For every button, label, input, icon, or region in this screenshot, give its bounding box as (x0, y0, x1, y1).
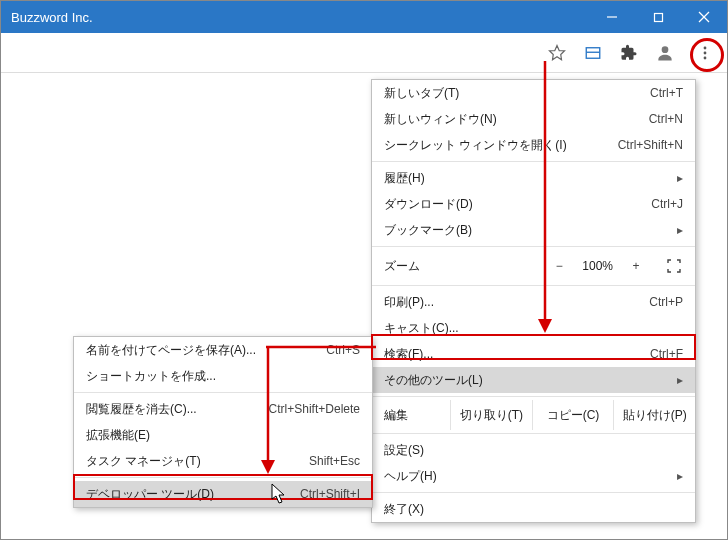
menu-item-shortcut: Ctrl+Shift+I (280, 487, 360, 501)
menu-item-label: 新しいタブ(T) (384, 85, 630, 102)
menu-separator (74, 477, 372, 478)
menu-separator (372, 161, 695, 162)
menu-item-label: シークレット ウィンドウを開く(I) (384, 137, 598, 154)
menu-settings[interactable]: 設定(S) (372, 437, 695, 463)
menu-item-label: キャスト(C)... (384, 320, 683, 337)
menu-item-shortcut: Shift+Esc (289, 454, 360, 468)
menu-item-label: 設定(S) (384, 442, 683, 459)
extensions-icon[interactable] (619, 43, 639, 63)
menu-separator (372, 285, 695, 286)
kebab-menu-button[interactable] (691, 39, 719, 67)
menu-item-label: ヘルプ(H) (384, 468, 669, 485)
menu-item-shortcut: Ctrl+N (629, 112, 683, 126)
menu-item-shortcut: Ctrl+T (630, 86, 683, 100)
close-button[interactable] (681, 1, 727, 33)
menu-exit[interactable]: 終了(X) (372, 496, 695, 522)
star-icon[interactable] (547, 43, 567, 63)
menu-item-shortcut: Ctrl+S (306, 343, 360, 357)
menu-item-label: タスク マネージャ(T) (86, 453, 289, 470)
submenu-save-as[interactable]: 名前を付けてページを保存(A)... Ctrl+S (74, 337, 372, 363)
menu-edit-row: 編集 切り取り(T) コピー(C) 貼り付け(P) (372, 400, 695, 430)
menu-bookmarks[interactable]: ブックマーク(B) ▸ (372, 217, 695, 243)
menu-item-label: デベロッパー ツール(D) (86, 486, 280, 503)
menu-item-label: 閲覧履歴を消去(C)... (86, 401, 249, 418)
submenu-clear-browsing[interactable]: 閲覧履歴を消去(C)... Ctrl+Shift+Delete (74, 396, 372, 422)
reader-icon[interactable] (583, 43, 603, 63)
svg-point-8 (704, 46, 707, 49)
profile-icon[interactable] (655, 43, 675, 63)
fullscreen-icon[interactable] (665, 257, 683, 275)
menu-downloads[interactable]: ダウンロード(D) Ctrl+J (372, 191, 695, 217)
menu-item-label: ショートカットを作成... (86, 368, 360, 385)
menu-item-shortcut: Ctrl+Shift+N (598, 138, 683, 152)
zoom-label: ズーム (384, 258, 550, 275)
menu-copy[interactable]: コピー(C) (532, 400, 614, 430)
menu-separator (74, 392, 372, 393)
window-title: Buzzword Inc. (11, 10, 589, 25)
menu-item-shortcut: Ctrl+Shift+Delete (249, 402, 360, 416)
more-tools-submenu: 名前を付けてページを保存(A)... Ctrl+S ショートカットを作成... … (73, 336, 373, 508)
menu-item-label: 新しいウィンドウ(N) (384, 111, 629, 128)
menu-separator (372, 492, 695, 493)
main-menu: 新しいタブ(T) Ctrl+T 新しいウィンドウ(N) Ctrl+N シークレッ… (371, 79, 696, 523)
menu-zoom: ズーム − 100% + (372, 250, 695, 282)
submenu-extensions[interactable]: 拡張機能(E) (74, 422, 372, 448)
menu-find[interactable]: 検索(F)... Ctrl+F (372, 341, 695, 367)
menu-cast[interactable]: キャスト(C)... (372, 315, 695, 341)
menu-item-shortcut: Ctrl+F (630, 347, 683, 361)
menu-item-shortcut: Ctrl+J (631, 197, 683, 211)
menu-separator (372, 246, 695, 247)
edit-label: 編集 (372, 400, 450, 430)
menu-paste[interactable]: 貼り付け(P) (613, 400, 695, 430)
menu-item-label: 印刷(P)... (384, 294, 629, 311)
menu-cut[interactable]: 切り取り(T) (450, 400, 532, 430)
menu-separator (372, 433, 695, 434)
zoom-controls: − 100% + (550, 257, 683, 275)
menu-item-label: 拡張機能(E) (86, 427, 360, 444)
zoom-in-button[interactable]: + (627, 259, 645, 273)
menu-incognito[interactable]: シークレット ウィンドウを開く(I) Ctrl+Shift+N (372, 132, 695, 158)
menu-item-label: ダウンロード(D) (384, 196, 631, 213)
submenu-task-manager[interactable]: タスク マネージャ(T) Shift+Esc (74, 448, 372, 474)
svg-point-10 (704, 56, 707, 59)
svg-point-7 (662, 46, 669, 53)
chevron-right-icon: ▸ (669, 171, 683, 185)
minimize-button[interactable] (589, 1, 635, 33)
svg-rect-1 (654, 13, 662, 21)
menu-item-label: 履歴(H) (384, 170, 669, 187)
menu-new-window[interactable]: 新しいウィンドウ(N) Ctrl+N (372, 106, 695, 132)
menu-item-label: 検索(F)... (384, 346, 630, 363)
window-controls (589, 1, 727, 33)
menu-print[interactable]: 印刷(P)... Ctrl+P (372, 289, 695, 315)
menu-separator (372, 396, 695, 397)
cursor-icon (271, 483, 287, 505)
maximize-button[interactable] (635, 1, 681, 33)
svg-rect-5 (586, 47, 600, 58)
menu-help[interactable]: ヘルプ(H) ▸ (372, 463, 695, 489)
menu-more-tools[interactable]: その他のツール(L) ▸ (372, 367, 695, 393)
menu-item-label: ブックマーク(B) (384, 222, 669, 239)
zoom-out-button[interactable]: − (550, 259, 568, 273)
menu-item-label: 終了(X) (384, 501, 683, 518)
chevron-right-icon: ▸ (669, 469, 683, 483)
menu-item-label: 名前を付けてページを保存(A)... (86, 342, 306, 359)
menu-item-label: その他のツール(L) (384, 372, 669, 389)
chevron-right-icon: ▸ (669, 223, 683, 237)
menu-new-tab[interactable]: 新しいタブ(T) Ctrl+T (372, 80, 695, 106)
menu-history[interactable]: 履歴(H) ▸ (372, 165, 695, 191)
titlebar: Buzzword Inc. (1, 1, 727, 33)
chevron-right-icon: ▸ (669, 373, 683, 387)
submenu-create-shortcut[interactable]: ショートカットを作成... (74, 363, 372, 389)
svg-marker-4 (550, 45, 565, 59)
menu-item-shortcut: Ctrl+P (629, 295, 683, 309)
submenu-dev-tools[interactable]: デベロッパー ツール(D) Ctrl+Shift+I (74, 481, 372, 507)
browser-toolbar (1, 33, 727, 73)
zoom-value: 100% (582, 259, 613, 273)
svg-point-9 (704, 51, 707, 54)
